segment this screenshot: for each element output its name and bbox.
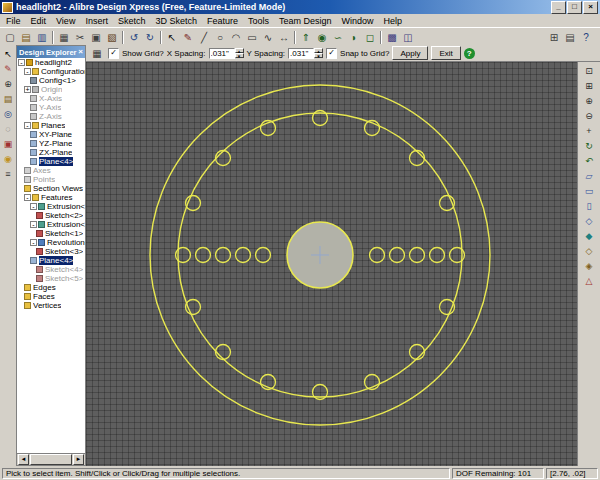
tree-item-sketch-4[interactable]: Sketch<4> [17,265,85,274]
line-icon[interactable]: ╱ [196,30,212,45]
perspective-icon[interactable]: △ [582,274,596,288]
x-spacing-input[interactable] [209,48,235,59]
sketch-mode-icon[interactable]: ✎ [180,30,196,45]
menu-item-3d-sketch[interactable]: 3D Sketch [150,15,202,27]
fillet-icon[interactable]: ◗ [346,30,362,45]
tree-item-faces[interactable]: Faces [17,292,85,301]
sketch-hole-circle[interactable] [256,248,271,263]
snap-to-grid-checkbox[interactable]: ✓ [326,48,337,59]
x-spacing-spinner[interactable]: ▴ ▾ [235,48,244,58]
tree-item-vertices[interactable]: Vertices [17,301,85,310]
maximize-button[interactable]: □ [567,1,582,14]
sketch-hole-circle[interactable] [216,248,231,263]
sketch-hole-circle[interactable] [410,151,425,166]
close-button[interactable]: × [583,1,598,14]
zoom-out-icon[interactable]: ⊖ [582,109,596,123]
tree-item-xy-plane[interactable]: XY-Plane [17,130,85,139]
top-view-icon[interactable]: ▯ [582,199,596,213]
sketch-canvas[interactable] [86,62,577,466]
save-icon[interactable]: ▥ [34,30,50,45]
y-spacing-spinner[interactable]: ▴ ▾ [314,48,323,58]
tree-item-z-axis[interactable]: Z-Axis [17,112,85,121]
sketch-hole-circle[interactable] [410,248,425,263]
tree-item-yz-plane[interactable]: YZ-Plane [17,139,85,148]
tree-expander-icon[interactable]: - [30,239,37,246]
apply-button[interactable]: Apply [392,46,428,60]
tree-expander-icon[interactable]: - [18,59,25,66]
measure-icon[interactable]: ⊕ [1,77,15,91]
menu-item-insert[interactable]: Insert [80,15,113,27]
wireframe-view-icon[interactable]: ◇ [582,244,596,258]
scroll-right-icon[interactable]: ► [73,454,84,465]
menu-item-window[interactable]: Window [337,15,379,27]
scroll-left-icon[interactable]: ◄ [18,454,29,465]
front-view-icon[interactable]: ▱ [582,169,596,183]
menu-item-help[interactable]: Help [379,15,408,27]
tree-expander-icon[interactable]: - [24,194,31,201]
repository-icon[interactable]: ▤ [562,30,578,45]
extrude-icon[interactable]: ⇑ [298,30,314,45]
copy-icon[interactable]: ▣ [88,30,104,45]
tree-item-planes[interactable]: -Planes [17,121,85,130]
properties-icon[interactable]: ≡ [1,167,15,181]
tree-item-configurations[interactable]: -Configurations [17,67,85,76]
revolve-icon[interactable]: ◉ [314,30,330,45]
exit-button[interactable]: Exit [431,46,460,60]
rotate-view-icon[interactable]: ↻ [582,139,596,153]
pan-icon[interactable]: + [582,124,596,138]
sweep-icon[interactable]: ∽ [330,30,346,45]
menu-item-feature[interactable]: Feature [202,15,243,27]
title-bar[interactable]: headlight2 - Alibre Design Xpress (Free,… [0,0,600,14]
redline-icon[interactable]: ✎ [1,62,15,76]
tree-expander-icon[interactable]: + [24,86,31,93]
zoom-in-icon[interactable]: ⊕ [582,94,596,108]
tree-item-plane-4[interactable]: Plane<4> [17,157,85,166]
circle-icon[interactable]: ○ [212,30,228,45]
color-icon[interactable]: ▣ [1,137,15,151]
explorer-close-icon[interactable]: × [78,48,83,56]
tree-expander-icon[interactable]: - [24,122,31,129]
tree-item-extrusion-1[interactable]: -Extrusion<1> [17,202,85,211]
note-icon[interactable]: ▤ [1,92,15,106]
help-icon[interactable]: ? [578,30,594,45]
tree-item-sketch-5[interactable]: Sketch<5> [17,274,85,283]
previous-view-icon[interactable]: ↶ [582,154,596,168]
sketch-hole-circle[interactable] [370,248,385,263]
side-view-icon[interactable]: ▭ [582,184,596,198]
sketch-hole-circle[interactable] [390,248,405,263]
iso-view-icon[interactable]: ◇ [582,214,596,228]
tree-item-sketch-2[interactable]: Sketch<2> [17,211,85,220]
menu-item-file[interactable]: File [1,15,26,27]
workspace-icon[interactable]: ⊞ [546,30,562,45]
scrollbar-thumb[interactable] [30,454,72,465]
tree-item-plane-4[interactable]: Plane<4> [17,256,85,265]
tree-item-headlight2[interactable]: -headlight2 [17,58,85,67]
sketch-hole-circle[interactable] [430,248,445,263]
shaded-view-icon[interactable]: ◆ [582,229,596,243]
shell-icon[interactable]: ◻ [362,30,378,45]
sketch-hole-circle[interactable] [216,151,231,166]
menu-item-team-design[interactable]: Team Design [274,15,337,27]
design-explorer-header[interactable]: Design Explorer × [17,46,85,58]
menu-item-edit[interactable]: Edit [26,15,52,27]
explorer-hscrollbar[interactable]: ◄ ► [17,453,85,465]
tree-item-config-1[interactable]: Config<1> [17,76,85,85]
tree-item-revolution-3[interactable]: -Revolution<3> [17,238,85,247]
new-icon[interactable]: ▢ [2,30,18,45]
menu-item-view[interactable]: View [51,15,80,27]
view-icon[interactable]: ◎ [1,107,15,121]
tree-item-origin[interactable]: +Origin [17,85,85,94]
select-icon[interactable]: ↖ [164,30,180,45]
spline-icon[interactable]: ∿ [260,30,276,45]
hidden-line-icon[interactable]: ◈ [582,259,596,273]
tree-item-axes[interactable]: Axes [17,166,85,175]
sketch-hole-circle[interactable] [216,345,231,360]
open-icon[interactable]: ▤ [18,30,34,45]
menu-item-tools[interactable]: Tools [243,15,274,27]
tree-item-extrusion-2[interactable]: -Extrusion<2> [17,220,85,229]
redo-icon[interactable]: ↻ [142,30,158,45]
sketch-hole-circle[interactable] [236,248,251,263]
tree-item-y-axis[interactable]: Y-Axis [17,103,85,112]
dimension-icon[interactable]: ↔ [276,30,292,45]
paste-icon[interactable]: ▧ [104,30,120,45]
